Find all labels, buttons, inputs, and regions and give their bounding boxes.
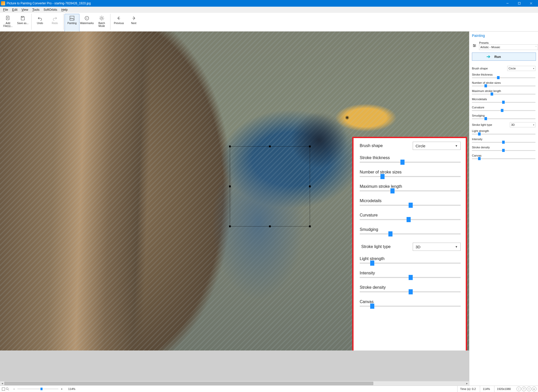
zoom-actual-icon[interactable]	[6, 387, 9, 391]
inset-num-stroke-sizes-label: Number of stroke sizes	[360, 170, 461, 174]
main-area: Brush shape Circle▼ Stroke thickness Num…	[0, 32, 538, 386]
inset-brush-shape-label: Brush shape	[360, 143, 383, 148]
stroke-light-type-label: Stroke light type	[472, 123, 492, 126]
svg-point-16	[6, 388, 8, 390]
canvas-viewport[interactable]: Brush shape Circle▼ Stroke thickness Num…	[0, 32, 469, 350]
curvature-label: Curvature	[472, 106, 535, 109]
youtube-icon[interactable]: ▸	[532, 387, 536, 391]
chevron-down-icon: ▼	[455, 245, 458, 248]
inset-stroke-light-type-select[interactable]: 3D▼	[413, 243, 461, 251]
add-files-button[interactable]: Add File(s)...	[1, 14, 15, 32]
light-strength-label: Light strength	[472, 129, 535, 132]
save-as-button[interactable]: Save as...	[15, 14, 30, 32]
stroke-light-type-select[interactable]: 3D▾	[510, 122, 535, 127]
twitter-icon[interactable]: t	[527, 387, 531, 391]
smudging-slider[interactable]	[472, 117, 535, 120]
scrollbar-thumb[interactable]	[4, 382, 373, 385]
svg-point-12	[473, 44, 474, 45]
inset-stroke-density-slider[interactable]	[360, 290, 461, 294]
zoom-slider[interactable]	[17, 387, 58, 391]
inset-max-stroke-len-slider[interactable]	[360, 189, 461, 193]
stroke-density-slider[interactable]	[472, 149, 535, 152]
sel-handle-mr[interactable]	[309, 185, 311, 187]
info-icon[interactable]: i	[516, 387, 521, 391]
menu-view[interactable]: View	[19, 7, 30, 12]
sel-handle-bl[interactable]	[229, 225, 231, 227]
smudging-label: Smudging	[472, 114, 535, 117]
num-stroke-sizes-slider[interactable]	[472, 84, 535, 87]
microdetails-slider[interactable]	[472, 101, 535, 104]
stroke-density-label: Stroke density	[472, 146, 535, 149]
menu-file[interactable]: File	[1, 7, 10, 12]
sel-handle-ml[interactable]	[229, 185, 231, 187]
selection-rectangle[interactable]	[230, 146, 310, 226]
canvas-hscrollbar[interactable]: ◂ ▸	[0, 381, 469, 386]
menu-bar: File Edit View Tools SoftOrbits Help	[0, 7, 538, 13]
undo-button[interactable]: Undo	[33, 14, 47, 32]
canvas-slider[interactable]	[472, 157, 535, 160]
inset-smudging-label: Smudging	[360, 227, 461, 232]
previous-button[interactable]: Previous	[111, 14, 126, 32]
inset-num-stroke-sizes-slider[interactable]	[360, 174, 461, 179]
facebook-icon[interactable]: f	[522, 387, 526, 391]
inset-brush-shape-select[interactable]: Circle▼	[413, 142, 461, 150]
minimize-button[interactable]	[502, 0, 513, 7]
sel-handle-tm[interactable]	[269, 146, 271, 147]
status-time: Time (s): 0.2	[457, 386, 478, 392]
presets-label: Presets	[479, 41, 535, 44]
scroll-right-icon[interactable]: ▸	[465, 381, 469, 386]
run-button[interactable]: ➔ Run	[472, 53, 536, 61]
svg-rect-8	[70, 16, 74, 20]
inset-stroke-light-type-label: Stroke light type	[361, 244, 391, 249]
status-bar: − + 114% Time (s): 0.2 114% 1920x1080 i …	[0, 386, 538, 392]
menu-help[interactable]: Help	[59, 7, 70, 12]
presets-gear-icon[interactable]	[472, 43, 477, 48]
inset-curvature-slider[interactable]	[360, 218, 461, 222]
close-button[interactable]	[525, 0, 537, 7]
max-stroke-len-slider[interactable]	[472, 92, 535, 96]
undo-icon	[37, 15, 43, 21]
scroll-left-icon[interactable]: ◂	[0, 381, 4, 386]
svg-point-13	[474, 45, 475, 46]
menu-edit[interactable]: Edit	[10, 7, 19, 12]
watermark-icon: C	[84, 15, 90, 21]
app-icon	[1, 1, 5, 5]
status-zoom-right: 114%	[480, 386, 492, 392]
panel-title: Painting	[472, 34, 535, 38]
add-file-icon	[5, 15, 11, 21]
intensity-slider[interactable]	[472, 141, 535, 144]
social-links: i f t ▸	[515, 387, 536, 391]
sel-handle-tl[interactable]	[229, 146, 231, 147]
zoom-out-icon[interactable]: −	[12, 387, 16, 391]
curvature-slider[interactable]	[472, 109, 535, 112]
redo-button[interactable]: Redo	[47, 14, 62, 32]
next-button[interactable]: Next	[126, 14, 141, 32]
inset-stroke-thickness-slider[interactable]	[360, 160, 461, 164]
title-bar: Picture to Painting Converter Pro - star…	[0, 0, 538, 7]
num-stroke-sizes-label: Number of stroke sizes	[472, 81, 535, 84]
sel-handle-bm[interactable]	[269, 225, 271, 227]
zoom-fit-icon[interactable]	[2, 387, 5, 391]
light-strength-slider[interactable]	[472, 132, 535, 136]
menu-softorbits[interactable]: SoftOrbits	[42, 7, 59, 12]
inset-smudging-slider[interactable]	[360, 232, 461, 236]
presets-select[interactable]: Artistic - Mosaic˅	[479, 44, 538, 50]
inset-stroke-thickness-label: Stroke thickness	[360, 156, 461, 160]
inset-canvas-slider[interactable]	[360, 304, 461, 308]
inset-intensity-slider[interactable]	[360, 275, 461, 280]
maximize-button[interactable]	[513, 0, 525, 7]
painting-button[interactable]: Painting	[65, 14, 79, 32]
chevron-down-icon: ▾	[533, 67, 534, 70]
zoom-in-icon[interactable]: +	[60, 387, 64, 391]
watermarks-button[interactable]: C Watermarks	[79, 14, 94, 32]
sel-handle-br[interactable]	[309, 225, 311, 227]
stroke-thickness-slider[interactable]	[472, 76, 535, 79]
menu-tools[interactable]: Tools	[30, 7, 42, 12]
sel-handle-tr[interactable]	[309, 146, 311, 147]
svg-rect-15	[2, 388, 5, 390]
inset-light-strength-slider[interactable]	[360, 261, 461, 265]
brush-shape-select[interactable]: Circle▾	[507, 66, 535, 71]
batch-mode-button[interactable]: Batch Mode	[94, 14, 109, 32]
inset-microdetails-slider[interactable]	[360, 203, 461, 207]
status-resolution: 1920x1080	[494, 386, 513, 392]
